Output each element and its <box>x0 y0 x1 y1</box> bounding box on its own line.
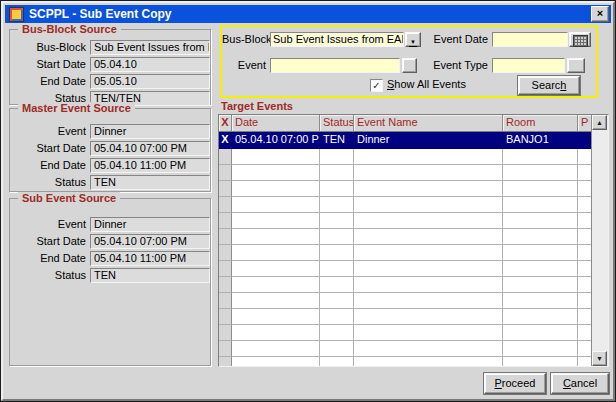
field-row: StatusTEN <box>10 268 210 283</box>
table-row[interactable] <box>219 181 592 197</box>
table-cell <box>578 165 592 181</box>
close-button[interactable]: × <box>591 6 609 22</box>
table-row[interactable] <box>219 197 592 213</box>
table-cell <box>578 309 592 325</box>
table-cell <box>232 197 320 213</box>
search-button[interactable]: Search <box>518 76 580 95</box>
table-cell <box>354 341 503 357</box>
proceed-button[interactable]: Proceed <box>484 373 546 394</box>
table-row[interactable] <box>219 245 592 261</box>
table-cell <box>219 181 232 197</box>
column-header-event-name[interactable]: Event Name <box>354 115 503 132</box>
table-row[interactable] <box>219 277 592 293</box>
table-cell <box>354 357 503 366</box>
table-cell <box>354 213 503 229</box>
table-cell <box>578 261 592 277</box>
column-header-status[interactable]: Status <box>320 115 354 132</box>
event-date-input[interactable] <box>492 32 568 47</box>
field-value: 05.04.10 11:00 PM <box>90 158 210 173</box>
table-cell <box>219 341 232 357</box>
cancel-button[interactable]: Cancel <box>551 373 609 394</box>
table-cell <box>578 341 592 357</box>
table-row-selected[interactable]: X 05.04.10 07:00 PM TEN Dinner BANJO1 <box>219 132 592 149</box>
field-value: 05.04.10 <box>90 57 210 72</box>
event-label: Event <box>222 58 266 73</box>
bus-block-combo[interactable]: Sub Event Issues from EAME <box>270 32 404 47</box>
table-cell <box>503 229 578 245</box>
table-cell <box>354 181 503 197</box>
table-cell <box>503 261 578 277</box>
table-row[interactable] <box>219 325 592 341</box>
table-cell <box>578 325 592 341</box>
field-value: Dinner <box>90 217 210 232</box>
table-row[interactable] <box>219 293 592 309</box>
row-event-name-cell: Dinner <box>354 132 503 149</box>
table-cell <box>354 261 503 277</box>
arrow-down-icon: ▼ <box>596 355 603 362</box>
column-header-date[interactable]: Date <box>232 115 320 132</box>
field-row: EventDinner <box>10 217 210 232</box>
dialog-window: SCPPL - Sub Event Copy × Bus-Block Sourc… <box>0 0 616 402</box>
show-all-events-checkbox[interactable]: ✓ <box>370 79 383 92</box>
field-label: Status <box>12 175 86 190</box>
group-sub-event-source: Sub Event Source EventDinnerStart Date05… <box>9 198 211 366</box>
bus-block-label: Bus-Block <box>222 32 266 47</box>
table-cell <box>503 309 578 325</box>
table-row[interactable] <box>219 309 592 325</box>
table-row[interactable] <box>219 165 592 181</box>
scroll-down-button[interactable]: ▼ <box>592 351 607 366</box>
field-label: Status <box>12 268 86 283</box>
table-cell <box>320 149 354 165</box>
field-value: 05.05.10 <box>90 74 210 89</box>
close-icon: × <box>597 7 603 19</box>
table-cell <box>503 213 578 229</box>
table-cell <box>578 213 592 229</box>
row-room-cell: BANJO1 <box>503 132 578 149</box>
app-icon <box>9 7 24 22</box>
table-cell <box>503 181 578 197</box>
table-cell <box>320 229 354 245</box>
event-type-lov-button[interactable] <box>567 58 585 73</box>
table-cell <box>232 293 320 309</box>
table-cell <box>320 277 354 293</box>
field-label: Start Date <box>12 141 86 156</box>
window-title: SCPPL - Sub Event Copy <box>29 7 171 21</box>
event-type-input[interactable] <box>492 58 565 73</box>
column-header-room[interactable]: Room <box>503 115 578 132</box>
field-row: Bus-BlockSub Event Issues from EAME <box>10 40 210 55</box>
field-label: Event <box>12 217 86 232</box>
table-cell <box>219 165 232 181</box>
table-cell <box>232 181 320 197</box>
event-input[interactable] <box>270 58 400 73</box>
table-cell <box>354 229 503 245</box>
vertical-scrollbar[interactable]: ▲ ▼ <box>591 115 608 366</box>
table-cell <box>219 229 232 245</box>
field-value: 05.04.10 07:00 PM <box>90 234 210 249</box>
table-cell <box>232 357 320 366</box>
arrow-up-icon: ▲ <box>596 119 603 126</box>
calendar-button[interactable] <box>569 32 591 47</box>
column-header-x[interactable]: X <box>219 115 232 132</box>
title-bar[interactable]: SCPPL - Sub Event Copy × <box>5 5 611 23</box>
table-row[interactable] <box>219 341 592 357</box>
table-row[interactable] <box>219 149 592 165</box>
field-value: TEN <box>90 175 210 190</box>
table-cell <box>578 149 592 165</box>
column-header-p[interactable]: P <box>578 115 592 132</box>
table-cell <box>320 293 354 309</box>
table-row[interactable] <box>219 229 592 245</box>
event-type-label: Event Type <box>420 58 488 73</box>
event-lov-button[interactable] <box>402 58 417 73</box>
table-cell <box>232 229 320 245</box>
bus-block-dropdown-button[interactable]: ▼ <box>405 32 421 47</box>
table-cell <box>219 213 232 229</box>
scroll-up-button[interactable]: ▲ <box>592 115 607 130</box>
table-cell <box>219 149 232 165</box>
table-row[interactable] <box>219 261 592 277</box>
table-row[interactable] <box>219 357 592 366</box>
table-cell <box>354 277 503 293</box>
table-cell <box>232 309 320 325</box>
table-cell <box>232 165 320 181</box>
table-row[interactable] <box>219 213 592 229</box>
table-cell <box>320 213 354 229</box>
